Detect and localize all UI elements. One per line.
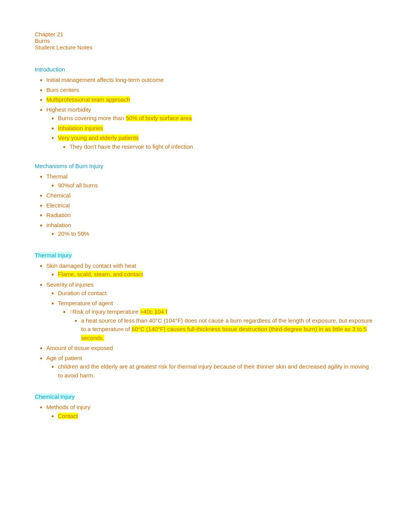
list-item: Chemical [46,191,375,200]
list-item: Age of patient children and the elderly … [46,354,375,380]
list-item: Multiprofessional team approach [46,95,375,104]
list-item: Burn centers [46,86,375,95]
list-item: Severity of injuries Duration of contact… [46,280,375,343]
chemical-injury-section: Chemical Injury Methods of injury Contac… [35,393,375,420]
mechanisms-list: Thermal 90%of all burns Chemical Electri… [35,172,375,238]
list-item: children and the elderly are at greatest… [58,362,375,380]
chemical-injury-list: Methods of injury Contact [35,403,375,420]
list-item: 90%of all burns [58,181,375,190]
introduction-subsublist: They don't have the reservoir to fight o… [58,143,375,151]
title-line: Burns [35,37,375,44]
list-item: Amount of tissue exposed [46,344,375,353]
introduction-title: Introduction [35,66,375,73]
chemical-injury-title: Chemical Injury [35,393,375,400]
list-item: Flame, scald, steam, and contact [58,270,375,279]
list-item: ↑Risk of injury temperature >40c 104 f a… [69,308,375,342]
introduction-sublist: Burns covering more than 50% of body sur… [46,114,375,151]
list-item: Highest morbidity Burns covering more th… [46,105,375,151]
list-item: Temperature of agent ↑Risk of injury tem… [58,299,375,343]
list-item: inhalation 20% to 50% [46,221,375,238]
list-item: Electrical [46,201,375,210]
list-item: Very young and elderly patients They don… [58,134,375,151]
chapter-line: Chapter 21 [35,31,375,37]
list-item: Skin damaged by contact with heat Flame,… [46,262,375,279]
thermal-injury-list: Skin damaged by contact with heat Flame,… [35,262,375,380]
list-item: Thermal 90%of all burns [46,172,375,190]
subtitle-line: Student Lecture Notes [35,44,375,51]
list-item: Contact [58,412,375,421]
list-item: Initial management affects long-term out… [46,76,375,85]
list-item: Inhalation injuries [58,124,375,133]
introduction-section: Introduction Initial management affects … [35,66,375,151]
list-item: 20% to 50% [58,229,375,238]
page-header: Chapter 21 Burns Student Lecture Notes [35,31,375,51]
list-item: Methods of injury Contact [46,403,375,420]
list-item: Duration of contact [58,289,375,298]
list-item: a heat source of less than 40°C (104°F) … [81,316,375,343]
mechanisms-section: Mechanisms of Burn Injury Thermal 90%of … [35,163,375,238]
thermal-injury-title: Thermal Injury [35,252,375,258]
mechanisms-title: Mechanisms of Burn Injury [35,163,375,169]
list-item: They don't have the reservoir to fight o… [69,143,375,151]
thermal-injury-section: Thermal Injury Skin damaged by contact w… [35,252,375,380]
introduction-list: Initial management affects long-term out… [35,76,375,151]
list-item: Burns covering more than 50% of body sur… [58,114,375,123]
list-item: Radiation [46,211,375,220]
